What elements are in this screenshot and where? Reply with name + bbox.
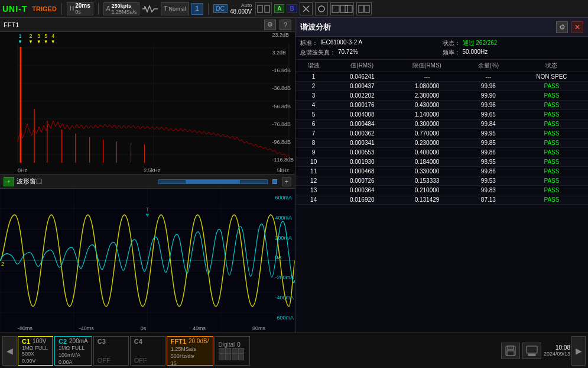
auto-label: Auto: [241, 2, 252, 8]
dig-cell-3: [238, 348, 244, 354]
svg-rect-8: [359, 5, 363, 12]
svg-rect-43: [508, 346, 514, 350]
harmonic-settings-btn[interactable]: ⚙: [556, 21, 568, 33]
waveform-header: + 波形窗口 +: [0, 175, 295, 189]
col-status: 状态: [515, 60, 588, 72]
waveform-scrollbar[interactable]: [158, 179, 268, 184]
sample-group[interactable]: A 250kpts 1.25MSa/s: [103, 2, 140, 15]
waveform-zoom-icon: [255, 2, 272, 15]
harm-value-7: 0.000341: [332, 138, 392, 148]
t-label: T: [164, 5, 167, 12]
fft-waveform-svg: [0, 32, 295, 175]
coupling-badge[interactable]: DC: [213, 4, 228, 13]
harm-value-8: 0.000553: [332, 148, 392, 157]
wave-plus-button[interactable]: +: [282, 177, 291, 186]
time-group[interactable]: H 20ms 0s: [67, 2, 93, 15]
ch-b-button[interactable]: B: [287, 4, 297, 13]
harm-value-9: 0.001930: [332, 157, 392, 167]
circle-icon[interactable]: [315, 2, 328, 15]
harm-margin-4: 99.65: [462, 110, 515, 120]
fft1-div: 500Hz/div: [171, 353, 194, 359]
fft-panel: FFT1 ⚙ ? 1 ▼ 2 ▼ 3: [0, 18, 295, 175]
wave-zoom-btn[interactable]: +: [4, 177, 14, 186]
harm-num-7: 8: [295, 138, 332, 148]
nav-right-button[interactable]: ▶: [571, 336, 586, 366]
svg-rect-6: [340, 5, 347, 12]
digital-block[interactable]: Digital 0: [215, 336, 250, 366]
harm-margin-1: 99.96: [462, 82, 515, 91]
ch-a-button[interactable]: A: [274, 4, 284, 13]
scrollbar-thumb[interactable]: [186, 180, 240, 183]
nav-left-button[interactable]: ◀: [2, 336, 17, 366]
harm-margin-11: 99.53: [462, 176, 515, 186]
harm-limit-2: 2.300000: [392, 91, 462, 101]
fft1-num-row: 15: [171, 359, 209, 366]
channel-c2-block[interactable]: C2 200mA 1MΩ FULL 100mV/A 0.00A: [54, 336, 92, 366]
triged-badge: TRIGED: [32, 5, 57, 12]
harm-margin-0: ---: [462, 72, 515, 82]
bottom-right: 10:08 2024/09/13: [501, 343, 570, 359]
fft-settings-btn[interactable]: ⚙: [264, 20, 276, 30]
channel-1-badge[interactable]: 1: [191, 3, 203, 15]
table-row: 12 0.000726 0.153333 99.53 PASS: [295, 176, 588, 186]
harm-limit-10: 0.330000: [392, 167, 462, 176]
grid-icon[interactable]: [330, 2, 354, 15]
table-row: 1 0.046241 --- --- NON SPEC: [295, 72, 588, 82]
harm-value-5: 0.000484: [332, 120, 392, 129]
harmonic-table-container[interactable]: 谐波 值(RMS) 限值(RMS) 余量(%) 状态 1 0.046241 --…: [295, 60, 588, 333]
harm-status-5: PASS: [515, 120, 588, 129]
layout-icon[interactable]: [356, 2, 372, 15]
channel-c3-block[interactable]: C3 OFF: [93, 336, 129, 366]
waveform-title: 波形窗口: [17, 177, 43, 186]
fft1-num: 15: [171, 360, 177, 366]
waveform-icon: [142, 3, 158, 15]
h-offset-value: 0s: [75, 9, 90, 15]
thd-row: 总谐波失真： 70.72%: [300, 49, 441, 57]
channel-c4-block[interactable]: C4 OFF: [130, 336, 165, 366]
fft-help-btn[interactable]: ?: [280, 20, 291, 30]
status-value: 通过 262/262: [463, 39, 498, 47]
harm-value-13: 0.016920: [332, 195, 392, 205]
harm-num-13: 14: [295, 195, 332, 205]
c3-status: OFF: [98, 357, 125, 364]
harmonic-close-btn[interactable]: ✕: [571, 21, 583, 33]
svg-rect-44: [507, 351, 514, 356]
harmonic-table: 谐波 值(RMS) 限值(RMS) 余量(%) 状态 1 0.046241 --…: [295, 60, 588, 205]
fft1-block[interactable]: FFT1 20.0dB/ 1.25MSa/s 500Hz/div 15: [167, 336, 213, 366]
table-row: 3 0.002202 2.300000 99.90 PASS: [295, 91, 588, 101]
table-row: 5 0.004008 1.140000 99.65 PASS: [295, 110, 588, 120]
trigger-mode-group[interactable]: T Normal: [161, 2, 189, 15]
col-margin: 余量(%): [462, 60, 515, 72]
harm-num-10: 11: [295, 167, 332, 176]
table-row: 7 0.000362 0.770000 99.95 PASS: [295, 129, 588, 138]
c4-name: C4: [134, 338, 142, 345]
display-mode-button[interactable]: [522, 343, 541, 359]
sample-kpts: 250kpts: [111, 3, 137, 9]
table-header-row: 谐波 值(RMS) 限值(RMS) 余量(%) 状态: [295, 60, 588, 72]
harm-margin-3: 99.96: [462, 101, 515, 110]
left-panel: FFT1 ⚙ ? 1 ▼ 2 ▼ 3: [0, 18, 295, 333]
trigger-level: 48.000V: [230, 8, 252, 15]
freq-value: 50.000Hz: [463, 49, 488, 57]
table-row: 11 0.000468 0.330000 99.86 PASS: [295, 167, 588, 176]
save-button[interactable]: [501, 343, 520, 359]
waveform-panel: + 波形窗口 + 600mA 400mA 200mA 0A -200mA: [0, 175, 295, 333]
svg-rect-7: [345, 5, 352, 12]
harm-value-10: 0.000468: [332, 167, 392, 176]
status-label: 状态：: [443, 39, 460, 47]
harmonic-table-body: 1 0.046241 --- --- NON SPEC 2 0.000437 1…: [295, 72, 588, 205]
auto-group[interactable]: Auto 48.000V: [230, 2, 252, 15]
harm-limit-3: 0.430000: [392, 101, 462, 110]
svg-rect-0: [258, 5, 262, 12]
harm-margin-7: 99.85: [462, 138, 515, 148]
fft-title: FFT1: [4, 21, 19, 28]
harm-status-3: PASS: [515, 101, 588, 110]
col-value: 值(RMS): [332, 60, 392, 72]
bottom-bar: ◀ C1 100V 1MΩ FULL 500X 0.00V C2 200mA 1…: [0, 333, 588, 368]
scroll-handle-right[interactable]: [272, 179, 277, 184]
digital-label: Digital: [219, 341, 235, 348]
harm-status-7: PASS: [515, 138, 588, 148]
cross-icon[interactable]: [300, 2, 313, 15]
channel-c1-block[interactable]: C1 100V 1MΩ FULL 500X 0.00V: [18, 336, 53, 366]
svg-rect-45: [527, 346, 537, 353]
